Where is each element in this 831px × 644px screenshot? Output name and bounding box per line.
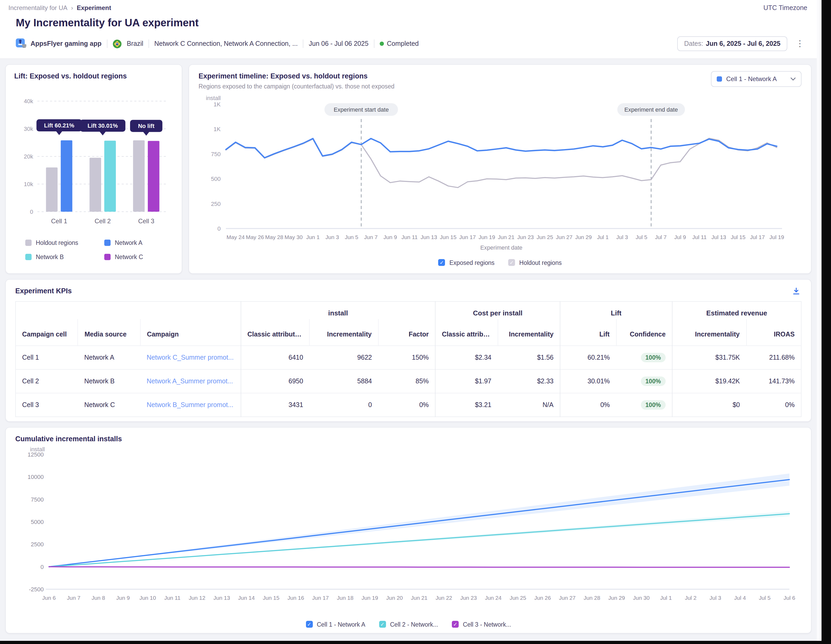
utc-timezone-label[interactable]: UTC Timezone xyxy=(763,4,807,11)
cell-installs-incrementality: 0 xyxy=(309,393,378,417)
legend-item: Cell 1 - Network A xyxy=(306,621,365,628)
cell-selector-dropdown[interactable]: Cell 1 - Network A xyxy=(711,71,801,87)
svg-text:install: install xyxy=(206,95,221,101)
col-cpi-classic: Classic attribution xyxy=(435,319,498,346)
cell-iroas: 211.68% xyxy=(746,346,801,369)
cell1-checkbox[interactable] xyxy=(306,621,312,628)
cell2-checkbox[interactable] xyxy=(379,621,386,628)
status-badge: Completed xyxy=(379,40,419,48)
legend-item: Cell 3 - Network... xyxy=(452,621,511,628)
svg-text:1K: 1K xyxy=(213,126,221,132)
svg-text:Jun 8: Jun 8 xyxy=(92,595,105,601)
cell-campaign-cell: Cell 3 xyxy=(16,393,78,417)
svg-text:Jul 3: Jul 3 xyxy=(616,234,628,240)
svg-text:500: 500 xyxy=(211,176,221,182)
network-a-swatch-icon xyxy=(104,240,111,246)
dates-picker-button[interactable]: Dates: Jun 6, 2025 - Jul 6, 2025 xyxy=(677,37,787,51)
svg-text:750: 750 xyxy=(211,151,221,157)
group-estimated-revenue: Estimated revenue xyxy=(672,302,801,319)
svg-text:Jun 22: Jun 22 xyxy=(436,595,452,601)
svg-text:Jun 19: Jun 19 xyxy=(478,234,495,240)
legend-label: Cell 1 - Network A xyxy=(317,621,365,627)
scrollbar-track[interactable] xyxy=(817,0,821,641)
cell3-checkbox[interactable] xyxy=(452,621,458,628)
col-classic-attribution: Classic attribution xyxy=(241,319,309,346)
kpi-column-header-row: Campaign cell Media source Campaign Clas… xyxy=(16,319,801,346)
cell-media-source: Network A xyxy=(78,346,140,369)
svg-text:Jun 10: Jun 10 xyxy=(139,595,156,601)
cell-cpi-classic: $2.34 xyxy=(435,346,498,369)
col-media-source: Media source xyxy=(78,319,140,346)
legend-item: Network B xyxy=(25,254,104,260)
legend-item: Cell 2 - Network... xyxy=(379,621,438,628)
status-label: Completed xyxy=(387,40,419,48)
svg-text:Jul 5: Jul 5 xyxy=(636,234,647,240)
cell-installs-incrementality: 9622 xyxy=(309,346,378,369)
svg-text:Jun 13: Jun 13 xyxy=(420,234,437,240)
col-campaign-cell: Campaign cell xyxy=(16,319,78,346)
download-icon[interactable] xyxy=(792,287,801,297)
svg-text:Jun 27: Jun 27 xyxy=(559,595,576,601)
col-rev-incrementality: Incrementality xyxy=(672,319,746,346)
svg-text:30k: 30k xyxy=(24,126,33,132)
legend-label: Network C xyxy=(115,254,143,260)
legend-item: Network C xyxy=(104,254,162,260)
svg-text:Jun 28: Jun 28 xyxy=(584,595,600,601)
group-install: install xyxy=(241,302,435,319)
table-row: Cell 2 Network B Network A_Summer promot… xyxy=(16,369,801,393)
breadcrumb-root[interactable]: Incrementality for UA xyxy=(8,4,67,11)
col-cpi-incrementality: Incrementality xyxy=(498,319,560,346)
cell-cpi-incrementality: N/A xyxy=(498,393,560,417)
svg-text:Jun 16: Jun 16 xyxy=(288,595,304,601)
svg-text:-2500: -2500 xyxy=(29,586,44,593)
cell-factor: 150% xyxy=(378,346,435,369)
campaign-link[interactable]: Network B_Summer promot... xyxy=(146,401,233,409)
svg-text:20k: 20k xyxy=(24,153,33,160)
more-options-icon[interactable]: ⋮ xyxy=(794,38,806,49)
meta-divider xyxy=(374,40,374,48)
cell-cpi-incrementality: $2.33 xyxy=(498,369,560,393)
svg-text:Jun 14: Jun 14 xyxy=(238,595,255,601)
svg-text:Jun 30: Jun 30 xyxy=(633,595,650,601)
date-range-label: Jun 06 - Jul 06 2025 xyxy=(309,40,369,48)
cell-campaign-cell: Cell 1 xyxy=(16,346,78,369)
svg-text:250: 250 xyxy=(211,200,221,207)
breadcrumb-current: Experiment xyxy=(76,4,111,11)
cell-media-source: Network B xyxy=(78,369,140,393)
legend-label: Cell 3 - Network... xyxy=(463,621,511,627)
svg-text:10k: 10k xyxy=(24,181,33,188)
timeline-legend: Exposed regions Holdout regions xyxy=(199,259,801,266)
col-iroas: IROAS xyxy=(746,319,801,346)
svg-text:Jun 26: Jun 26 xyxy=(534,595,551,601)
page-header: Incrementality for UA › Experiment UTC T… xyxy=(0,0,817,59)
svg-text:Jun 24: Jun 24 xyxy=(485,595,501,601)
holdout-regions-checkbox[interactable] xyxy=(508,259,515,266)
cell-rev-incrementality: $31.75K xyxy=(672,346,746,369)
app-name: AppsFlyer gaming app xyxy=(30,40,102,48)
legend-label: Holdout regions xyxy=(36,240,78,246)
svg-text:Jun 11: Jun 11 xyxy=(164,595,181,601)
kpi-table: install Cost per install Lift Estimated … xyxy=(15,301,801,417)
campaign-link[interactable]: Network C_Summer promot... xyxy=(146,354,234,361)
meta-divider xyxy=(148,40,149,48)
lift-card-title: Lift: Exposed vs. holdout regions xyxy=(14,72,173,80)
svg-text:Jul 11: Jul 11 xyxy=(692,234,707,240)
svg-text:May 30: May 30 xyxy=(284,234,302,240)
svg-text:0: 0 xyxy=(30,208,33,215)
svg-text:Jul 5: Jul 5 xyxy=(759,595,771,601)
col-factor: Factor xyxy=(378,319,435,346)
svg-text:Jun 29: Jun 29 xyxy=(608,595,625,601)
col-lift: Lift xyxy=(560,319,616,346)
exposed-regions-checkbox[interactable] xyxy=(438,259,445,266)
svg-text:Jun 3: Jun 3 xyxy=(325,234,339,240)
cumulative-card: Cumulative incremental installs install1… xyxy=(5,427,812,633)
networks-label: Network C Connection, Network A Connecti… xyxy=(154,40,298,48)
svg-text:Jul 13: Jul 13 xyxy=(712,234,726,240)
screen: Incrementality for UA › Experiment UTC T… xyxy=(0,0,831,644)
status-dot-icon xyxy=(379,41,384,46)
legend-label: Network B xyxy=(36,254,64,260)
campaign-link[interactable]: Network A_Summer promot... xyxy=(146,378,233,385)
svg-text:Jul 19: Jul 19 xyxy=(769,234,784,240)
breadcrumb: Incrementality for UA › Experiment xyxy=(8,4,808,11)
svg-text:0: 0 xyxy=(218,225,221,232)
